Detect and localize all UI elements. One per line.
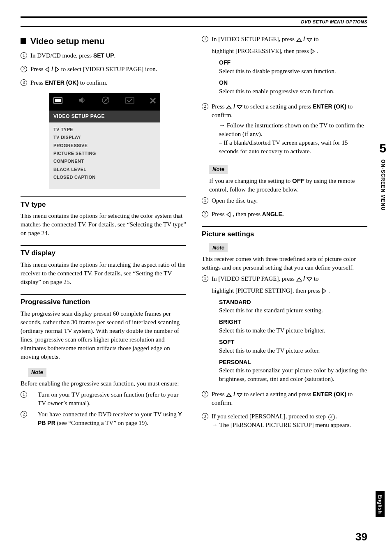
- chapter-tab: 5 ON-SCREEN MENU: [379, 140, 386, 211]
- down-arrow-icon: [237, 392, 242, 397]
- svg-marker-16: [297, 278, 302, 281]
- osd-menu-item: TV TYPE: [53, 126, 156, 134]
- step-number-icon: 1: [202, 275, 208, 282]
- osd-menu-item: CLOSED CAPTION: [53, 173, 156, 181]
- note-step-1: 1 Open the disc tray.: [202, 196, 367, 205]
- step-3: 3 Press ENTER (OK) to confirm.: [21, 78, 186, 87]
- osd-menu-item: COMPONENT: [53, 157, 156, 165]
- step-number-icon: 3: [21, 79, 27, 86]
- svg-marker-15: [227, 212, 230, 217]
- step-number-icon: 2: [21, 411, 27, 418]
- osd-menu-item: PICTURE SETTING: [53, 150, 156, 157]
- pic-step-2: 2 Press / to select a setting and press …: [202, 390, 367, 407]
- note-label: Note: [209, 165, 228, 174]
- manual-page: DVD SETUP MENU OPTIONS Video setup menu …: [0, 0, 392, 554]
- left-column: Video setup menu 1 In DVD/CD mode, press…: [21, 35, 186, 434]
- picture-settings-heading: Picture settings: [202, 229, 367, 239]
- step-1: 1 In DVD/CD mode, press SET UP.: [21, 51, 186, 60]
- option-off: OFF: [219, 59, 336, 67]
- right-arrow-icon: [55, 67, 60, 72]
- osd-menu-title: VIDEO SETUP PAGE: [49, 111, 160, 122]
- note-label: Note: [209, 243, 228, 252]
- language-tab: English: [376, 491, 385, 517]
- page-header: DVD SETUP MENU OPTIONS: [21, 16, 367, 27]
- disc-icon: [101, 96, 110, 107]
- step-number-icon: 2: [202, 391, 208, 397]
- main-heading-text: Video setup menu: [30, 36, 104, 46]
- tvdisplay-heading: TV display: [21, 248, 186, 258]
- step-number-icon: 1: [21, 52, 27, 59]
- note-step-2: 2 Press , then press ANGLE.: [202, 210, 367, 219]
- up-arrow-icon: [296, 37, 302, 42]
- progressive-heading: Progressive function: [21, 297, 186, 307]
- svg-marker-11: [307, 38, 312, 42]
- svg-marker-0: [46, 67, 49, 72]
- option-bright: BRIGHT: [219, 318, 367, 326]
- step-number-icon: 2: [202, 211, 208, 217]
- right-arrow-icon: [322, 288, 327, 294]
- step-number-icon: 1: [202, 36, 208, 42]
- osd-menu-item: PROGRESSIVE: [53, 142, 156, 150]
- chapter-title: ON-SCREEN MENU: [379, 159, 386, 211]
- svg-marker-12: [311, 49, 314, 54]
- step-number-icon: 1: [202, 197, 208, 204]
- page-number: 39: [355, 529, 367, 544]
- svg-marker-10: [297, 38, 302, 42]
- option-standard: STANDARD: [219, 298, 367, 307]
- option-personal: PERSONAL: [219, 358, 367, 367]
- svg-marker-14: [237, 106, 242, 109]
- osd-menu-item: TV DISPLAY: [53, 134, 156, 141]
- svg-line-6: [103, 97, 108, 103]
- step-number-icon: 2: [202, 103, 208, 110]
- tvdisplay-body: This menu contains the options for match…: [21, 261, 186, 286]
- left-arrow-icon: [45, 67, 50, 72]
- arrow-right-icon: [212, 422, 219, 428]
- down-arrow-icon: [307, 277, 312, 282]
- up-arrow-icon: [226, 392, 232, 397]
- checkbox-icon: [125, 97, 134, 107]
- ensure-item-2: 2 You have connected the DVD receiver to…: [21, 410, 186, 427]
- step-number-icon: 3: [202, 413, 208, 420]
- svg-marker-1: [55, 67, 59, 72]
- chapter-number: 5: [379, 140, 386, 157]
- down-arrow-icon: [307, 37, 312, 42]
- svg-marker-18: [323, 289, 326, 293]
- svg-marker-19: [226, 393, 231, 397]
- osd-menu-illustration: VIDEO SETUP PAGE TV TYPE TV DISPLAY PROG…: [49, 93, 160, 189]
- pic-step-3: 3 If you selected [PERSONAL], proceed to…: [202, 412, 367, 429]
- speaker-icon: [78, 97, 86, 107]
- svg-marker-20: [237, 393, 242, 397]
- arrow-right-icon: [219, 122, 227, 129]
- progressive-ensure: Before enabling the progressive scan fun…: [21, 379, 186, 388]
- osd-menu-list: TV TYPE TV DISPLAY PROGRESSIVE PICTURE S…: [49, 122, 160, 189]
- right-column: 1 In [VIDEO SETUP PAGE], press / to high…: [202, 35, 367, 434]
- note-body: If you are changing the setting to OFF b…: [209, 176, 367, 194]
- close-x-icon: [150, 97, 156, 107]
- tvtype-body: This menu contains the options for selec…: [21, 212, 186, 238]
- option-on: ON: [219, 79, 336, 87]
- right-arrow-icon: [310, 48, 315, 54]
- prog-step-2: 2 Press / to select a setting and press …: [202, 102, 367, 156]
- ensure-item-1: 1 Turn on your TV progressive scan funct…: [21, 390, 186, 408]
- header-section-label: DVD SETUP MENU OPTIONS: [21, 19, 367, 25]
- square-bullet-icon: [21, 38, 26, 44]
- tvtype-heading: TV type: [21, 200, 186, 210]
- svg-marker-13: [226, 106, 231, 109]
- up-arrow-icon: [296, 277, 302, 282]
- step-2: 2 Press / to select [VIDEO SETUP PAGE] i…: [21, 65, 186, 74]
- picture-intro: This receiver comes with three predefine…: [202, 255, 367, 272]
- svg-rect-7: [126, 98, 134, 103]
- option-soft: SOFT: [219, 338, 367, 346]
- step-number-icon: 1: [21, 391, 27, 398]
- step-number-icon: 2: [21, 66, 27, 72]
- tv-icon: [53, 97, 62, 107]
- svg-rect-3: [55, 99, 61, 102]
- main-heading: Video setup menu: [21, 35, 186, 47]
- osd-menu-item: BLACK LEVEL: [53, 166, 156, 173]
- note-label: Note: [28, 368, 46, 377]
- pic-step-1: 1 In [VIDEO SETUP PAGE], press / to high…: [202, 275, 367, 385]
- prog-step-1: 1 In [VIDEO SETUP PAGE], press / to high…: [202, 35, 367, 97]
- left-arrow-icon: [226, 212, 231, 217]
- down-arrow-icon: [237, 105, 242, 110]
- up-arrow-icon: [226, 105, 232, 110]
